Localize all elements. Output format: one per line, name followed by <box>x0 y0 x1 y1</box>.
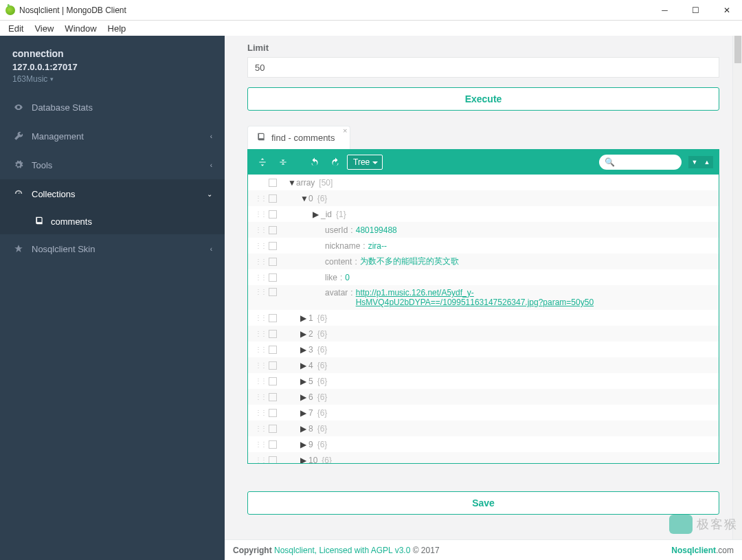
sidebar-item-skin[interactable]: Nosqlclient Skin ‹ <box>0 234 225 263</box>
save-button[interactable]: Save <box>247 491 719 515</box>
window-controls: ─ ☐ ✕ <box>649 0 742 21</box>
book-icon <box>256 132 266 144</box>
connection-host: 127.0.0.1:27017 <box>12 62 212 72</box>
row-checkbox[interactable] <box>269 273 277 282</box>
row-checkbox[interactable] <box>269 425 277 433</box>
sidebar-item-database-stats[interactable]: Database Stats <box>0 93 225 122</box>
row-checkbox[interactable] <box>269 409 277 417</box>
row-checkbox[interactable] <box>269 288 277 296</box>
dashboard-icon <box>12 189 25 199</box>
chat-bubble-icon <box>669 515 693 534</box>
footer-license-link[interactable]: Nosqlclient, Licensed with AGPL v3.0 <box>274 546 410 555</box>
wrench-icon <box>12 131 25 141</box>
menu-edit[interactable]: Edit <box>3 22 29 35</box>
sidebar-item-label: Collections <box>32 189 76 199</box>
row-checkbox[interactable] <box>269 179 277 187</box>
row-checkbox[interactable] <box>269 330 277 338</box>
chevron-down-icon: ⌄ <box>207 190 212 198</box>
main-scrollbar[interactable] <box>732 36 742 560</box>
connection-db-dropdown[interactable]: 163Music ▾ <box>12 74 54 84</box>
result-tabs: find - comments × <box>247 126 719 149</box>
json-tree[interactable]: ▼ array[50] ⋮⋮▼ 0{6} ⋮⋮▶ _id{1} ⋮⋮userId… <box>248 175 719 463</box>
menu-view[interactable]: View <box>29 22 59 35</box>
expand-vertical-icon[interactable] <box>254 153 271 171</box>
toggle-expand-icon[interactable]: ▶ <box>300 456 308 464</box>
row-checkbox[interactable] <box>269 456 277 464</box>
tab-find-comments[interactable]: find - comments × <box>247 126 350 149</box>
row-checkbox[interactable] <box>269 242 277 250</box>
main-panel: Limit Execute find - comments × <box>225 36 742 560</box>
tab-close-button[interactable]: × <box>343 126 347 135</box>
sidebar-item-label: Tools <box>32 160 52 170</box>
book-icon <box>34 216 44 227</box>
footer-copyright: Copyright <box>233 546 272 555</box>
connection-block: connection 127.0.0.1:27017 163Music ▾ <box>0 36 225 93</box>
row-checkbox[interactable] <box>269 258 277 266</box>
footer: Copyright Nosqlclient, Licensed with AGP… <box>225 539 742 560</box>
window-title: Nosqlclient | MongoDB Client <box>19 5 126 15</box>
result-search[interactable]: 🔍 <box>599 155 682 170</box>
result-search-input[interactable] <box>618 158 676 166</box>
sidebar-item-management[interactable]: Management ‹ <box>0 122 225 150</box>
sidebar-item-collections[interactable]: Collections ⌄ <box>0 179 225 208</box>
app-logo-icon <box>5 5 15 15</box>
row-checkbox[interactable] <box>269 440 277 449</box>
sidebar-item-label: Nosqlclient Skin <box>32 244 95 254</box>
chevron-left-icon: ‹ <box>210 245 212 253</box>
collapse-vertical-icon[interactable] <box>274 153 292 171</box>
result-panel: Tree 🔍 ▼ ▲ ▼ array[50] <box>247 149 719 464</box>
sidebar-subitem-label: comments <box>51 216 92 227</box>
toggle-expand-icon[interactable]: ▶ <box>313 210 321 219</box>
window-maximize-button[interactable]: ☐ <box>680 0 711 21</box>
star-icon <box>12 244 25 254</box>
toggle-expand-icon[interactable]: ▶ <box>300 424 308 434</box>
toggle-collapse-icon[interactable]: ▼ <box>300 194 308 203</box>
footer-year: © 2017 <box>413 546 440 555</box>
connection-heading: connection <box>12 48 212 59</box>
watermark: 极客猴 <box>669 515 738 534</box>
sidebar-subitem-comments[interactable]: comments <box>0 208 225 234</box>
redo-icon[interactable] <box>326 153 344 171</box>
cogs-icon <box>12 160 25 170</box>
app-menubar: Edit View Window Help <box>0 21 742 36</box>
toggle-expand-icon[interactable]: ▶ <box>300 329 308 339</box>
window-titlebar: Nosqlclient | MongoDB Client ─ ☐ ✕ <box>0 0 742 21</box>
row-checkbox[interactable] <box>269 226 277 234</box>
toggle-expand-icon[interactable]: ▶ <box>300 392 308 402</box>
row-checkbox[interactable] <box>269 377 277 385</box>
search-icon: 🔍 <box>605 157 615 167</box>
undo-icon[interactable] <box>306 153 324 171</box>
toggle-collapse-icon[interactable]: ▼ <box>288 178 296 188</box>
execute-button[interactable]: Execute <box>247 87 719 111</box>
eye-icon <box>12 102 25 112</box>
row-checkbox[interactable] <box>269 210 277 219</box>
row-checkbox[interactable] <box>269 346 277 354</box>
toggle-expand-icon[interactable]: ▶ <box>300 313 308 323</box>
toggle-expand-icon[interactable]: ▶ <box>300 345 308 355</box>
window-minimize-button[interactable]: ─ <box>649 0 680 21</box>
sidebar-item-label: Database Stats <box>32 102 93 113</box>
limit-label: Limit <box>247 43 719 53</box>
toggle-expand-icon[interactable]: ▶ <box>300 377 308 386</box>
row-checkbox[interactable] <box>269 194 277 203</box>
sidebar: connection 127.0.0.1:27017 163Music ▾ Da… <box>0 36 225 560</box>
menu-window[interactable]: Window <box>59 22 102 35</box>
toggle-expand-icon[interactable]: ▶ <box>300 361 308 370</box>
sidebar-item-tools[interactable]: Tools ‹ <box>0 150 225 179</box>
limit-input[interactable] <box>247 57 719 78</box>
footer-brand[interactable]: Nosqlclient <box>671 546 716 555</box>
row-checkbox[interactable] <box>269 314 277 322</box>
window-close-button[interactable]: ✕ <box>711 0 742 21</box>
toggle-expand-icon[interactable]: ▶ <box>300 408 308 418</box>
chevron-left-icon: ‹ <box>210 133 212 140</box>
row-checkbox[interactable] <box>269 393 277 401</box>
search-next-button[interactable]: ▼ <box>688 156 701 168</box>
search-prev-button[interactable]: ▲ <box>701 156 713 168</box>
menu-help[interactable]: Help <box>102 22 132 35</box>
row-checkbox[interactable] <box>269 361 277 370</box>
toggle-expand-icon[interactable]: ▶ <box>300 440 308 449</box>
view-mode-select[interactable]: Tree <box>347 155 383 170</box>
sidebar-item-label: Management <box>32 131 84 142</box>
tab-label: find - comments <box>271 133 335 143</box>
chevron-left-icon: ‹ <box>210 161 212 169</box>
